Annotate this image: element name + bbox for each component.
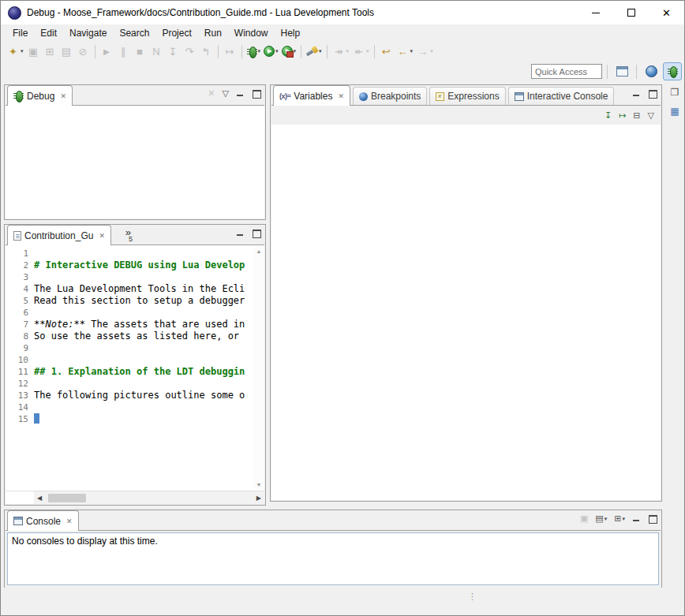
menu-run[interactable]: Run bbox=[198, 25, 228, 41]
dropdown-arrow-icon[interactable]: ▾ bbox=[430, 48, 433, 54]
dropdown-arrow-icon[interactable]: ▾ bbox=[346, 48, 350, 54]
back-button[interactable]: ←▾ bbox=[395, 43, 415, 60]
debug-button[interactable]: ▾ bbox=[245, 43, 263, 60]
maximize-view-icon[interactable] bbox=[648, 514, 657, 523]
minimize-view-icon[interactable] bbox=[632, 514, 641, 523]
scrollbar-thumb[interactable] bbox=[48, 494, 86, 502]
close-icon[interactable]: ✕ bbox=[66, 517, 73, 525]
dropdown-arrow-icon[interactable]: ▾ bbox=[622, 516, 625, 522]
last-edit-location-button[interactable]: ↩ bbox=[378, 43, 395, 60]
remove-all-terminated-button[interactable]: ✕ bbox=[208, 89, 215, 98]
print-button[interactable]: ▤ bbox=[58, 43, 75, 60]
dropdown-arrow-icon[interactable]: ▾ bbox=[294, 48, 297, 54]
editor-tab-overflow-button[interactable]: » 5 bbox=[124, 229, 133, 243]
collapse-all-button[interactable]: ⊟ bbox=[633, 111, 640, 120]
tab-debug[interactable]: Debug ✕ bbox=[7, 85, 73, 106]
scroll-down-icon[interactable]: ▼ bbox=[253, 480, 264, 490]
variables-panel: (x)=Variables✕BreakpointsExpressionsInte… bbox=[270, 84, 662, 502]
previous-annotation-button[interactable]: ↞▾ bbox=[350, 43, 371, 60]
run-button[interactable]: ▾ bbox=[262, 43, 280, 60]
dropdown-arrow-icon[interactable]: ▾ bbox=[605, 516, 608, 522]
dropdown-arrow-icon[interactable]: ▾ bbox=[410, 48, 414, 54]
close-icon[interactable]: ✕ bbox=[60, 92, 66, 100]
scroll-right-icon[interactable]: ▶ bbox=[256, 491, 261, 504]
minimize-view-icon[interactable] bbox=[236, 229, 245, 237]
editor-text-area[interactable]: # Interactive DEBUG using Lua DevelopThe… bbox=[34, 246, 253, 491]
menu-help[interactable]: Help bbox=[275, 25, 307, 41]
close-icon[interactable]: ✕ bbox=[99, 232, 105, 240]
menu-search[interactable]: Search bbox=[113, 25, 155, 41]
editor-horizontal-scrollbar[interactable]: ◀ ▶ bbox=[34, 491, 264, 504]
minimized-palette-view-button[interactable]: ▦ bbox=[666, 103, 683, 119]
menu-navigate[interactable]: Navigate bbox=[63, 25, 113, 41]
tab-variables[interactable]: (x)=Variables✕ bbox=[273, 85, 350, 106]
expressions-icon bbox=[436, 92, 444, 101]
menu-edit[interactable]: Edit bbox=[34, 25, 63, 41]
tab-contribution-guide[interactable]: Contribution_Gu ✕ bbox=[7, 225, 111, 245]
dropdown-arrow-icon[interactable]: ▾ bbox=[21, 48, 24, 54]
dropdown-arrow-icon[interactable]: ▾ bbox=[258, 48, 261, 54]
menu-file[interactable]: File bbox=[6, 25, 34, 41]
new-wizard-button[interactable]: ✦▾ bbox=[5, 43, 25, 60]
next-annotation-button[interactable]: ↠▾ bbox=[331, 43, 351, 60]
text-segment: # Interactive DEBUG using Lua Develop bbox=[34, 259, 245, 271]
step-return-button[interactable]: ↰ bbox=[198, 43, 215, 60]
window-close-button[interactable]: ✕ bbox=[649, 1, 684, 24]
view-menu-button[interactable]: ▽ bbox=[223, 89, 229, 98]
minimize-view-icon[interactable] bbox=[632, 89, 641, 98]
open-perspective-button[interactable] bbox=[612, 62, 631, 80]
ldt-perspective-button[interactable] bbox=[642, 62, 661, 80]
terminate-button[interactable]: ■ bbox=[132, 43, 148, 60]
window-maximize-button[interactable] bbox=[613, 1, 649, 24]
dropdown-arrow-icon[interactable]: ▾ bbox=[366, 48, 369, 54]
tab-console[interactable]: Console ✕ bbox=[7, 510, 79, 531]
restore-minimized-view-button[interactable]: ❐ bbox=[666, 84, 683, 100]
show-logical-structure-button-icon: ↦ bbox=[619, 111, 626, 120]
dropdown-arrow-icon[interactable]: ▾ bbox=[319, 48, 322, 54]
toolbar-separator bbox=[95, 45, 95, 58]
console-panel: Console ✕ ▣▤▾⊞▾ No consoles to display a… bbox=[4, 510, 662, 588]
show-logical-structure-button[interactable]: ↦ bbox=[619, 111, 626, 120]
scroll-left-icon[interactable]: ◀ bbox=[37, 491, 42, 504]
search-button[interactable]: ▾ bbox=[305, 43, 324, 60]
tab-expressions[interactable]: Expressions bbox=[429, 87, 505, 105]
suspend-button[interactable]: ∥ bbox=[115, 43, 132, 60]
menu-project[interactable]: Project bbox=[155, 25, 197, 41]
display-console-button[interactable]: ▤▾ bbox=[595, 514, 607, 523]
close-icon[interactable]: ✕ bbox=[338, 92, 344, 100]
minimize-view-icon[interactable] bbox=[236, 89, 245, 98]
dropdown-arrow-icon[interactable]: ▾ bbox=[275, 48, 279, 54]
save-all-button[interactable]: ⊞ bbox=[42, 43, 58, 60]
maximize-view-icon[interactable] bbox=[252, 89, 260, 98]
previous-annotation-button-icon: ↞ bbox=[352, 47, 365, 57]
resume-button[interactable]: ► bbox=[99, 43, 115, 60]
tab-interactive-console[interactable]: Interactive Console bbox=[508, 87, 615, 105]
forward-button[interactable]: →▾ bbox=[414, 43, 435, 60]
open-console-button[interactable]: ⊞▾ bbox=[614, 514, 625, 523]
editor-vertical-scrollbar[interactable]: ▲ ▼ bbox=[253, 246, 264, 491]
tab-breakpoints[interactable]: Breakpoints bbox=[353, 87, 427, 105]
disconnect-button[interactable]: N bbox=[148, 43, 165, 60]
sash-grip-icon[interactable]: ⋮ bbox=[468, 592, 477, 602]
maximize-view-icon[interactable] bbox=[648, 89, 657, 98]
skip-all-breakpoints-button[interactable]: ⊘ bbox=[75, 43, 92, 60]
line-number-gutter[interactable]: 123456789101112131415 bbox=[6, 246, 34, 491]
editor-line: The following pictures outline some o bbox=[34, 390, 253, 401]
menubar: FileEditNavigateSearchProjectRunWindowHe… bbox=[1, 24, 684, 42]
debug-perspective-button[interactable] bbox=[663, 62, 682, 80]
view-menu-button[interactable]: ▽ bbox=[648, 111, 654, 120]
quick-access-input[interactable] bbox=[531, 64, 602, 79]
step-over-button[interactable]: ↷ bbox=[182, 43, 198, 60]
save-button[interactable]: ▣ bbox=[25, 43, 42, 60]
scroll-up-icon[interactable]: ▲ bbox=[253, 247, 264, 256]
show-type-names-button[interactable]: ↧ bbox=[605, 111, 612, 120]
step-into-button[interactable]: ↧ bbox=[165, 43, 182, 60]
menu-window[interactable]: Window bbox=[228, 25, 275, 41]
open-console-button-icon: ⊞ bbox=[614, 514, 621, 523]
use-step-filters-button[interactable]: ↦ bbox=[222, 43, 238, 60]
pin-console-button[interactable]: ▣ bbox=[580, 514, 588, 523]
window-minimize-button[interactable] bbox=[578, 1, 613, 24]
external-tools-button[interactable]: ▾ bbox=[280, 43, 298, 60]
flashlight-search-icon bbox=[306, 46, 318, 57]
maximize-view-icon[interactable] bbox=[252, 229, 260, 237]
